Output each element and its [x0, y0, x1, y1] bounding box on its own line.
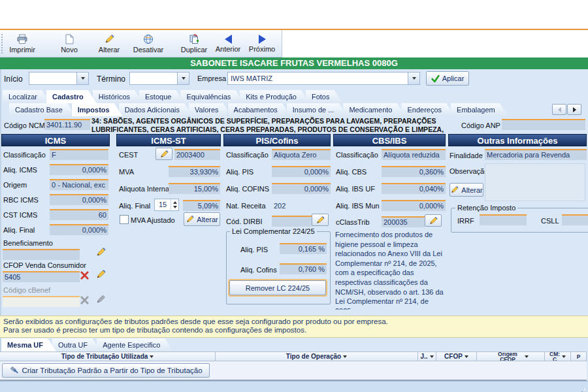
tab-kits-producao[interactable]: Kits e Produção — [240, 90, 310, 103]
previous-button[interactable]: Anterior — [212, 31, 244, 56]
nat-receita-value[interactable]: 202 — [274, 202, 286, 210]
tab-valores[interactable]: Valores — [189, 103, 231, 116]
tab-scroll-right-button[interactable] — [567, 104, 581, 115]
st-alterar-button[interactable]: Alterar — [184, 212, 220, 226]
edit-button[interactable]: Alterar — [93, 31, 125, 56]
cfop-pencil-icon[interactable] — [95, 269, 106, 280]
aliquota-interna-field[interactable]: 15,00% — [169, 183, 220, 194]
inicio-combo[interactable] — [29, 72, 89, 85]
lc-aliq-pis-field[interactable]: 0,165 % — [280, 243, 327, 254]
next-button[interactable]: Próximo — [246, 31, 278, 56]
spinner-up-icon[interactable] — [173, 201, 177, 204]
cod-dirbi-pencil-button[interactable] — [312, 214, 329, 226]
retencao-group-title: Retenção Imposto — [455, 204, 517, 212]
tab-dados-adicionais[interactable]: Dados Adicionais — [119, 103, 193, 116]
tab-mesma-uf[interactable]: Mesma UF — [1, 338, 56, 351]
tab-fotos[interactable]: Fotos — [306, 90, 343, 103]
beneficiamento-pencil-icon[interactable] — [95, 247, 106, 257]
tab-cadastro-base[interactable]: Cadastro Base — [9, 103, 76, 116]
resize-grip[interactable] — [578, 382, 585, 390]
filter-down-icon[interactable] — [525, 355, 529, 358]
tab-enderecos[interactable]: Endereços — [401, 103, 455, 116]
finalidade-field[interactable]: Mercadoria para Revenda — [485, 149, 587, 160]
grid-col-tipo-operacao[interactable]: Tipo de Operação — [216, 352, 418, 361]
new-button[interactable]: Novo — [55, 31, 84, 56]
mva-field[interactable]: 33,930% — [169, 166, 220, 177]
criar-tributacao-button[interactable]: Criar Tributação Padrão a Partir do Tipo… — [2, 363, 210, 378]
beneficiamento-field[interactable] — [3, 249, 80, 260]
cfop-venda-label: CFOP Venda Consumidor — [3, 261, 86, 269]
tab-localizar[interactable]: Localizar — [3, 90, 50, 103]
aliq-ibs-uf-field[interactable]: 0,040% — [382, 183, 446, 194]
tab-scroll-left-button[interactable] — [552, 104, 566, 115]
icms-aliq-field[interactable]: 0,000% — [50, 164, 108, 175]
aliq-ibs-mun-field[interactable]: 0,000% — [382, 200, 446, 211]
st-aliq-final-field[interactable]: 5,09% — [183, 200, 220, 211]
grid-col-cfop[interactable]: CFOP — [436, 352, 477, 361]
empresa-dropdown[interactable] — [408, 73, 419, 84]
aliq-pis-field[interactable]: 0,000% — [272, 166, 331, 177]
aliq-cbs-field[interactable]: 0,360% — [382, 166, 446, 177]
cclasstrib-pencil-button[interactable] — [425, 214, 442, 227]
toolbar-grip[interactable] — [1, 34, 5, 54]
anp-label: Código ANP — [461, 122, 500, 129]
tab-medicamento[interactable]: Medicamento — [343, 103, 405, 116]
tab-cadastro[interactable]: Cadastro — [46, 90, 97, 103]
irrf-field[interactable] — [480, 214, 527, 225]
grid-col-origem-cfop[interactable]: Origem CFOP — [477, 352, 545, 361]
icms-aliq-final-field[interactable]: 0,000% — [50, 224, 108, 235]
outras-alterar-button[interactable]: Alterar — [449, 183, 483, 197]
pis-classificacao-field[interactable]: Aliquota Zero — [272, 149, 331, 160]
duplicate-button[interactable]: Duplicar — [176, 31, 212, 56]
tab-agente-especifico[interactable]: Agente Especifico — [97, 338, 173, 351]
deactivate-button[interactable]: Desativar — [128, 31, 169, 56]
inicio-dropdown[interactable] — [76, 73, 88, 84]
filter-down-icon[interactable] — [562, 355, 566, 358]
beneficiamento-label: Beneficiamento — [3, 239, 53, 247]
cest-pencil-button[interactable] — [155, 148, 172, 160]
ncm-field[interactable]: 3401.11.90 — [44, 119, 90, 130]
observacao-area[interactable] — [485, 163, 585, 201]
grid-col-j[interactable]: J.. — [418, 352, 436, 361]
cfop-venda-field[interactable]: 5405 — [3, 271, 80, 282]
tab-outra-uf[interactable]: Outra UF — [52, 338, 101, 351]
filter-down-icon[interactable] — [465, 355, 468, 358]
aplicar-button[interactable]: Aplicar — [426, 71, 469, 86]
empresa-combo[interactable]: IWS MATRIZ — [227, 72, 420, 85]
icms-cst-field[interactable]: 60 — [50, 209, 108, 220]
tab-equivalencias[interactable]: Equivalências — [180, 90, 244, 103]
tab-acabamentos[interactable]: Acabamentos — [228, 103, 291, 116]
st-aliq-final-spinner[interactable]: 15 — [154, 199, 179, 211]
filter-down-icon[interactable] — [343, 355, 347, 358]
grid-col-p[interactable]: P — [571, 352, 587, 361]
anp-field[interactable] — [502, 119, 585, 130]
grid-col-cm[interactable]: CM: C — [545, 352, 571, 361]
tab-insumo[interactable]: Insumo de ... — [287, 103, 348, 116]
aliq-cofins-field[interactable]: 0,000% — [272, 183, 331, 194]
remover-lc-button[interactable]: Remover LC 224/25 — [229, 280, 326, 295]
filter-down-icon[interactable] — [150, 355, 154, 358]
filter-down-icon[interactable] — [430, 355, 434, 358]
icms-rbc-field[interactable]: 0,000% — [50, 194, 108, 205]
tab-historicos[interactable]: Históricos — [93, 90, 143, 103]
cfop-clear-icon[interactable] — [80, 270, 90, 280]
termino-combo[interactable] — [129, 72, 189, 85]
icms-classificacao-field[interactable]: F — [50, 149, 108, 160]
mva-ajustado-checkbox[interactable] — [120, 215, 129, 224]
icms-origem-field[interactable]: 0 - Nacional, exc — [50, 179, 108, 190]
cest-field[interactable]: 2003400 — [174, 149, 220, 160]
cclasstrib-label: cClassTrib — [336, 218, 370, 226]
termino-dropdown[interactable] — [177, 73, 189, 84]
grid-col-tipo-tributacao[interactable]: Tipo de Tributação Utilizada — [0, 352, 216, 361]
cod-dirbi-field[interactable] — [272, 216, 312, 227]
csll-field[interactable] — [562, 214, 588, 225]
spinner-down-icon[interactable] — [173, 206, 177, 208]
tab-impostos[interactable]: Impostos — [72, 103, 123, 116]
cbs-classificacao-field[interactable]: Alíquota reduzida — [382, 149, 446, 160]
tab-embalagem[interactable]: Embalagem — [451, 103, 508, 116]
lc-aliq-cofins-field[interactable]: 0,760 % — [280, 263, 327, 274]
tab-estoque[interactable]: Estoque — [139, 90, 184, 103]
print-button[interactable]: Imprimir — [5, 31, 39, 56]
cclasstrib-field[interactable]: 200035 — [382, 216, 425, 227]
aliq-pis-label: Aliq. PIS — [226, 168, 253, 176]
